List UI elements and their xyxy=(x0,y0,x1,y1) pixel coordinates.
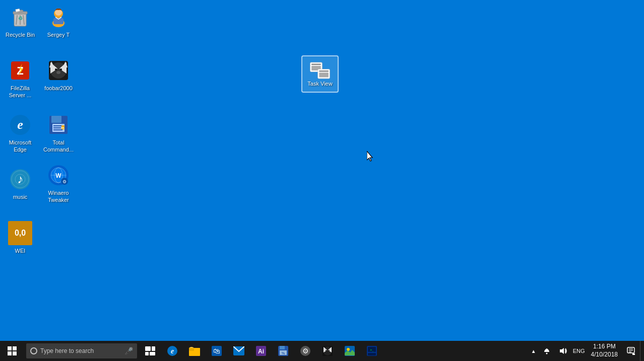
svg-marker-86 xyxy=(560,348,564,354)
taskbar-edge[interactable]: e xyxy=(161,341,183,361)
sergey-t-label: Sergey T xyxy=(47,31,70,38)
search-bar[interactable]: Type here to search 🎤 xyxy=(26,343,137,358)
sergey-t-icon xyxy=(46,5,71,29)
desktop-icon-sergey-t[interactable]: Sergey T xyxy=(38,3,79,40)
language-text: ENG xyxy=(573,348,585,354)
task-view-box-icon xyxy=(309,61,331,80)
taskbar-settings[interactable]: ⚙ xyxy=(294,341,316,361)
svg-rect-54 xyxy=(8,351,12,355)
svg-text:⚙: ⚙ xyxy=(302,347,309,355)
music-label: music xyxy=(13,193,28,200)
svg-rect-53 xyxy=(13,346,17,350)
svg-point-80 xyxy=(347,348,350,351)
svg-point-78 xyxy=(329,350,330,351)
svg-point-22 xyxy=(60,68,62,70)
svg-point-77 xyxy=(326,350,327,351)
svg-rect-29 xyxy=(53,127,61,128)
svg-rect-70 xyxy=(280,346,285,349)
taskbar-terminal[interactable]: >_ xyxy=(361,341,383,361)
svg-point-18 xyxy=(56,71,60,74)
language-indicator[interactable]: ENG xyxy=(571,341,587,361)
tray-overflow-button[interactable]: ▲ xyxy=(529,341,539,361)
total-commander-icon: % xyxy=(46,113,71,137)
svg-text:♻: ♻ xyxy=(18,16,23,21)
task-view-box[interactable]: Task View xyxy=(301,55,339,93)
desktop-icon-foobar2000[interactable]: foobar2000 xyxy=(38,56,79,94)
svg-rect-46 xyxy=(311,64,320,65)
search-text: Type here to search xyxy=(40,347,122,354)
svg-point-85 xyxy=(546,353,547,354)
winaero-label: Winaero Tweaker xyxy=(40,189,77,204)
total-commander-label: Total Command... xyxy=(40,139,77,154)
svg-text:Ai: Ai xyxy=(258,348,264,355)
cursor xyxy=(367,151,373,161)
svg-point-21 xyxy=(55,68,57,70)
wei-tile: 0,0 xyxy=(8,221,32,245)
taskbar: Type here to search 🎤 e xyxy=(0,341,644,361)
svg-text:%: % xyxy=(282,351,285,355)
desktop-icon-winaero[interactable]: W ⚙ Winaero Tweaker xyxy=(38,161,79,206)
desktop: ♻ Recycle Bin Sergey xyxy=(0,0,644,341)
clock-date: 4/10/2018 xyxy=(591,351,618,359)
taskbar-foobar[interactable] xyxy=(316,341,339,361)
music-icon: ♪ xyxy=(8,167,32,191)
clock[interactable]: 1:16 PM 4/10/2018 xyxy=(587,341,622,361)
taskbar-mail[interactable] xyxy=(228,341,250,361)
svg-text:⚙: ⚙ xyxy=(62,179,67,184)
svg-rect-7 xyxy=(16,9,20,12)
winaero-icon: W ⚙ xyxy=(46,163,71,187)
svg-rect-57 xyxy=(152,346,155,351)
svg-marker-51 xyxy=(367,151,372,161)
desktop-icon-total-commander[interactable]: % Total Command... xyxy=(38,111,79,156)
svg-text:Z: Z xyxy=(17,64,23,77)
tray-network-icon[interactable] xyxy=(539,341,555,361)
taskbar-icons: e 🛍 xyxy=(139,341,529,361)
svg-rect-52 xyxy=(8,346,12,350)
recycle-bin-icon: ♻ xyxy=(8,5,32,29)
notification-button[interactable] xyxy=(622,341,640,361)
clock-time: 1:16 PM xyxy=(593,343,616,351)
svg-rect-84 xyxy=(368,353,376,355)
foobar2000-icon xyxy=(46,58,71,83)
svg-rect-58 xyxy=(145,352,149,355)
taskbar-app2[interactable]: % xyxy=(272,341,294,361)
svg-rect-26 xyxy=(51,116,61,123)
edge-icon: e xyxy=(8,113,32,137)
filezilla-icon: Z xyxy=(8,58,32,83)
taskbar-file-explorer[interactable] xyxy=(183,341,206,361)
svg-text:🛍: 🛍 xyxy=(213,347,220,355)
wei-icon: 0,0 xyxy=(8,221,32,245)
svg-rect-49 xyxy=(319,70,328,72)
svg-text:>_: >_ xyxy=(370,348,374,352)
taskbar-photo-viewer[interactable] xyxy=(339,341,361,361)
svg-text:W: W xyxy=(55,172,61,179)
desktop-icon-filezilla[interactable]: Z FileZilla Server ... xyxy=(0,56,40,101)
svg-rect-30 xyxy=(53,129,62,130)
microphone-icon[interactable]: 🎤 xyxy=(124,347,133,355)
foobar2000-label: foobar2000 xyxy=(44,85,73,92)
system-tray: ▲ ENG 1:16 PM 4/10/2018 xyxy=(529,341,644,361)
taskbar-task-view[interactable] xyxy=(139,341,161,361)
svg-text:%: % xyxy=(61,126,65,129)
svg-marker-91 xyxy=(632,353,635,355)
recycle-bin-label: Recycle Bin xyxy=(6,31,35,38)
svg-text:e: e xyxy=(171,347,174,355)
wei-label: WEI xyxy=(15,247,26,254)
desktop-icon-music[interactable]: ♪ music xyxy=(0,165,40,202)
svg-rect-50 xyxy=(319,73,328,77)
svg-rect-59 xyxy=(150,352,155,355)
desktop-icon-edge[interactable]: e Microsoft Edge xyxy=(0,111,40,156)
show-desktop-button[interactable] xyxy=(640,341,644,361)
svg-text:e: e xyxy=(17,117,23,132)
desktop-icon-wei[interactable]: 0,0 WEI xyxy=(0,219,40,256)
tray-sound-icon[interactable] xyxy=(555,341,571,361)
desktop-icon-recycle-bin[interactable]: ♻ Recycle Bin xyxy=(0,3,40,40)
svg-rect-55 xyxy=(13,351,17,355)
filezilla-label: FileZilla Server ... xyxy=(2,85,38,99)
svg-rect-63 xyxy=(189,348,194,351)
taskbar-app1[interactable]: Ai xyxy=(250,341,272,361)
taskbar-store[interactable]: 🛍 xyxy=(206,341,228,361)
start-button[interactable] xyxy=(0,341,24,361)
svg-rect-56 xyxy=(145,346,151,351)
edge-label: Microsoft Edge xyxy=(2,139,38,154)
